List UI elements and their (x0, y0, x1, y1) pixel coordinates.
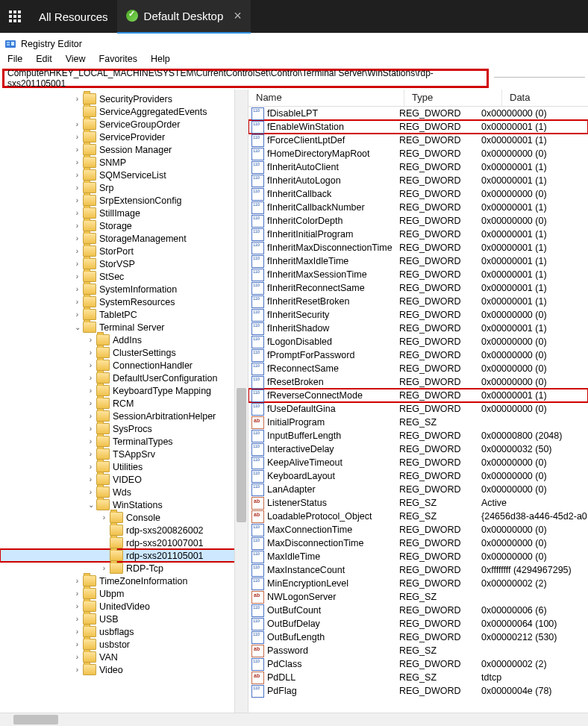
value-row[interactable]: MaxInstanceCountREG_DWORD0xffffffff (429… (248, 563, 588, 577)
tree-node[interactable]: ›TSAppSrv (0, 448, 248, 460)
chevron-right-icon[interactable]: › (73, 234, 81, 242)
tree-node[interactable]: ›Session Manager (0, 143, 248, 156)
tree-node[interactable]: ›RCM (0, 397, 248, 410)
value-row[interactable]: MaxIdleTimeREG_DWORD0x00000000 (0) (248, 550, 588, 563)
value-row[interactable]: fInheritMaxIdleTimeREG_DWORD0x00000001 (… (248, 254, 588, 268)
tree-node[interactable]: ⌄WinStations (0, 498, 248, 511)
tree-node[interactable]: ›StSec (0, 270, 248, 283)
value-row[interactable]: LoadableProtocol_ObjectREG_SZ{24656d38-a… (248, 510, 588, 523)
tree-node[interactable]: ›SystemResources (0, 295, 248, 308)
chevron-right-icon[interactable]: › (87, 361, 95, 369)
value-row[interactable]: fInheritReconnectSameREG_DWORD0x00000001… (248, 281, 588, 295)
chevron-right-icon[interactable]: › (73, 95, 81, 103)
chevron-right-icon[interactable]: › (73, 247, 81, 255)
tree-node[interactable]: ›Utilities (0, 460, 248, 473)
tab-default-desktop[interactable]: Default Desktop × (117, 0, 251, 34)
chevron-right-icon[interactable]: › (73, 640, 81, 648)
tree-node[interactable]: ›Console (0, 511, 248, 524)
chevron-right-icon[interactable]: › (73, 310, 81, 319)
chevron-right-icon[interactable]: › (87, 488, 95, 496)
menu-help[interactable]: Help (145, 52, 176, 67)
chevron-right-icon[interactable]: › (73, 602, 81, 610)
value-row[interactable]: fHomeDirectoryMapRootREG_DWORD0x00000000… (248, 147, 588, 160)
tree-node[interactable]: ›SessionArbitrationHelper (0, 410, 248, 422)
col-name[interactable]: Name (248, 90, 404, 106)
menu-favorites[interactable]: Favorites (93, 52, 143, 67)
tree-node[interactable]: ›StillImage (0, 207, 248, 219)
tree-node[interactable]: ›ConnectionHandler (0, 359, 248, 372)
value-row[interactable]: PdFlagREG_DWORD0x0000004e (78) (248, 684, 588, 698)
tree-node[interactable]: ›ServiceGroupOrder (0, 118, 248, 131)
tree-scrollbar[interactable] (234, 90, 248, 726)
tree-node[interactable]: ⌄Terminal Server (0, 321, 248, 334)
chevron-right-icon[interactable]: › (73, 184, 81, 192)
chevron-right-icon[interactable]: › (100, 513, 108, 522)
tree-node[interactable]: ›KeyboardType Mapping (0, 384, 248, 397)
chevron-right-icon[interactable]: › (87, 374, 95, 382)
chevron-right-icon[interactable]: › (73, 615, 81, 623)
value-row[interactable]: fDisableLPTREG_DWORD0x00000000 (0) (248, 107, 588, 120)
chevron-right-icon[interactable]: › (87, 412, 95, 420)
chevron-right-icon[interactable]: › (87, 437, 95, 445)
chevron-right-icon[interactable]: › (73, 666, 81, 674)
chevron-right-icon[interactable]: › (87, 387, 95, 395)
col-data[interactable]: Data (502, 90, 588, 106)
tree-node[interactable]: ›Srp (0, 181, 248, 194)
value-row[interactable]: fInheritMaxDisconnectionTimeREG_DWORD0x0… (248, 241, 588, 254)
tree-node[interactable]: ›usbstor (0, 638, 248, 651)
chevron-right-icon[interactable]: › (87, 450, 95, 458)
value-row[interactable]: fInheritShadowREG_DWORD0x00000001 (1) (248, 322, 588, 335)
tree-node[interactable]: ›VIDEO (0, 473, 248, 486)
tree-node[interactable]: ServiceAggregatedEvents (0, 105, 248, 118)
value-row[interactable]: MinEncryptionLevelREG_DWORD0x00000002 (2… (248, 577, 588, 590)
value-row[interactable]: OutBufCountREG_DWORD0x00000006 (6) (248, 604, 588, 617)
chevron-right-icon[interactable]: › (87, 348, 95, 357)
value-row[interactable]: InteractiveDelayREG_DWORD0x00000032 (50) (248, 442, 588, 456)
value-row[interactable]: fInheritResetBrokenREG_DWORD0x00000001 (… (248, 295, 588, 308)
tree-node[interactable]: ›SQMServiceList (0, 169, 248, 181)
chevron-right-icon[interactable]: › (87, 425, 95, 433)
tree-node[interactable]: ›TimeZoneInformation (0, 575, 248, 587)
all-resources-button[interactable]: All Resources (30, 0, 117, 33)
value-row[interactable]: fInheritAutoClientREG_DWORD0x00000001 (1… (248, 160, 588, 174)
tree-node[interactable]: ›SrpExtensionConfig (0, 194, 248, 207)
tree-node[interactable]: rdp-sxs200826002 (0, 524, 248, 536)
close-icon[interactable]: × (234, 8, 242, 24)
value-row[interactable]: MaxDisconnectionTimeREG_DWORD0x00000000 … (248, 536, 588, 550)
chevron-right-icon[interactable]: › (73, 196, 81, 204)
value-row[interactable]: OutBufLengthREG_DWORD0x00000212 (530) (248, 630, 588, 644)
col-type[interactable]: Type (404, 90, 502, 106)
chevron-down-icon[interactable]: ⌄ (87, 501, 95, 509)
tree-node[interactable]: ›DefaultUserConfiguration (0, 372, 248, 384)
chevron-right-icon[interactable]: › (100, 564, 108, 572)
value-row[interactable]: fInheritCallbackNumberREG_DWORD0x0000000… (248, 201, 588, 214)
waffle-icon[interactable] (0, 0, 30, 33)
chevron-right-icon[interactable]: › (73, 653, 81, 661)
value-row[interactable]: fUseDefaultGinaREG_DWORD0x00000000 (0) (248, 402, 588, 416)
value-row[interactable]: PdDLLREG_SZtdtcp (248, 671, 588, 684)
chevron-right-icon[interactable]: › (73, 120, 81, 128)
tree-node[interactable]: ›AddIns (0, 334, 248, 346)
value-row[interactable]: LanAdapterREG_DWORD0x00000000 (0) (248, 483, 588, 496)
value-row[interactable]: PdClassREG_DWORD0x00000002 (2) (248, 657, 588, 671)
chevron-right-icon[interactable]: › (73, 145, 81, 154)
value-row[interactable]: fInheritColorDepthREG_DWORD0x00000000 (0… (248, 214, 588, 228)
tree-node[interactable]: ›SystemInformation (0, 283, 248, 295)
chevron-right-icon[interactable]: › (73, 577, 81, 585)
menu-file[interactable]: File (1, 52, 28, 67)
chevron-right-icon[interactable]: › (87, 463, 95, 471)
tree-node[interactable]: ›StorVSP (0, 257, 248, 270)
chevron-right-icon[interactable]: › (87, 336, 95, 344)
tree-node[interactable]: ›TabletPC (0, 308, 248, 321)
value-row[interactable]: fLogonDisabledREG_DWORD0x00000000 (0) (248, 335, 588, 348)
value-row[interactable]: fInheritSecurityREG_DWORD0x00000000 (0) (248, 308, 588, 322)
value-row[interactable]: fEnableWinStationREG_DWORD0x00000001 (1) (248, 120, 588, 134)
tree-node[interactable]: ›ServiceProvider (0, 131, 248, 143)
chevron-down-icon[interactable]: ⌄ (73, 323, 81, 331)
chevron-right-icon[interactable]: › (73, 209, 81, 217)
tree-node[interactable]: ›SecurityProviders (0, 93, 248, 105)
value-row[interactable]: fReconnectSameREG_DWORD0x00000000 (0) (248, 362, 588, 375)
chevron-right-icon[interactable]: › (73, 272, 81, 281)
chevron-right-icon[interactable]: › (73, 158, 81, 166)
value-row[interactable]: fInheritAutoLogonREG_DWORD0x00000001 (1) (248, 174, 588, 187)
